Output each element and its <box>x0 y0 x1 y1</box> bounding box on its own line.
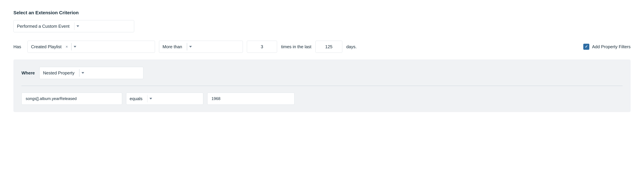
add-property-filters[interactable]: ✓ Add Property Filters <box>583 44 630 50</box>
operator-dropdown-value: equals <box>130 96 142 101</box>
event-dropdown-divider <box>71 43 72 50</box>
days-label: days. <box>346 44 357 49</box>
add-property-filters-checkbox[interactable]: ✓ <box>583 44 589 50</box>
section-label: Select an Extension Criterion <box>14 10 630 16</box>
property-type-dropdown-value: Nested Property <box>43 70 74 76</box>
times-input[interactable] <box>247 41 277 53</box>
event-clear-icon[interactable]: × <box>64 44 69 49</box>
where-label: Where <box>22 70 35 76</box>
property-type-divider <box>79 69 80 77</box>
event-dropdown-value: Created Playlist <box>31 44 62 49</box>
add-property-filters-label: Add Property Filters <box>592 44 630 49</box>
property-path-input[interactable] <box>22 93 122 105</box>
where-divider <box>22 86 622 86</box>
property-type-dropdown[interactable]: Nested Property <box>40 67 144 79</box>
has-label: Has <box>14 44 24 49</box>
operator-dropdown[interactable]: equals <box>126 93 203 105</box>
main-container: Select an Extension Criterion Performed … <box>14 10 630 112</box>
event-dropdown-chevron-icon[interactable] <box>74 46 76 48</box>
condition-dropdown-divider <box>187 43 187 50</box>
operator-dropdown-divider <box>147 95 148 102</box>
property-type-chevron-icon[interactable] <box>82 72 84 74</box>
criterion-dropdown-chevron-icon[interactable] <box>76 25 79 27</box>
criterion-dropdown[interactable]: Performed a Custom Event <box>14 20 134 32</box>
checkmark-icon: ✓ <box>585 45 588 49</box>
times-in-last-label: times in the last <box>281 44 312 49</box>
where-section: Where Nested Property equals <box>14 60 630 112</box>
criterion-row: Performed a Custom Event <box>14 20 630 32</box>
criterion-dropdown-divider <box>74 23 75 30</box>
days-input[interactable] <box>316 41 342 53</box>
filter-value-input[interactable] <box>207 93 294 105</box>
filter-row: equals <box>22 93 622 105</box>
condition-dropdown-chevron-icon[interactable] <box>189 46 192 48</box>
condition-dropdown[interactable]: More than <box>159 41 243 53</box>
operator-dropdown-chevron-icon[interactable] <box>150 98 152 99</box>
where-row: Where Nested Property <box>22 67 622 79</box>
criterion-dropdown-value: Performed a Custom Event <box>17 24 70 29</box>
has-row: Has Created Playlist × More than times i… <box>14 41 630 53</box>
event-dropdown[interactable]: Created Playlist × <box>28 41 155 53</box>
condition-dropdown-value: More than <box>162 44 182 49</box>
